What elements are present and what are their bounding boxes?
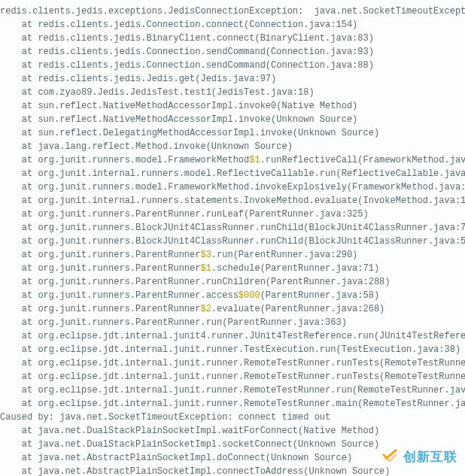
inner-class-token: $1 (200, 263, 211, 274)
watermark: 创新互联 (381, 447, 457, 465)
inner-class-token: $3 (200, 250, 211, 260)
caused-by-line: Caused by: java.net.SocketTimeoutExcepti… (0, 412, 330, 423)
stack-frame: at org.junit.runners.BlockJUnit4ClassRun… (0, 223, 465, 233)
stack-frame: at org.junit.runners.ParentRunner.runChi… (0, 277, 390, 287)
stack-frame: at com.zyao89.Jedis.JedisTest.test1(Jedi… (0, 87, 315, 98)
stack-frame: at org.junit.runners.model.FrameworkMeth… (0, 155, 465, 165)
stack-frame: at java.net.AbstractPlainSocketImpl.doCo… (0, 453, 352, 463)
stack-trace: redis.clients.jedis.exceptions.JedisConn… (0, 0, 465, 476)
stack-frame: at org.junit.runners.BlockJUnit4ClassRun… (0, 236, 465, 247)
stack-frame: at org.junit.internal.runners.statements… (0, 196, 465, 206)
stack-frame: at org.junit.runners.ParentRunner$3.run(… (0, 250, 357, 260)
stack-frame: at sun.reflect.NativeMethodAccessorImpl.… (0, 114, 357, 125)
stack-frame: at org.junit.runners.ParentRunner$2.eval… (0, 304, 384, 314)
stack-frame: at org.junit.runners.ParentRunner.runLea… (0, 209, 369, 220)
stack-frame: at org.junit.runners.ParentRunner.run(Pa… (0, 317, 347, 328)
stack-frame: at java.net.DualStackPlainSocketImpl.soc… (0, 439, 379, 450)
stack-frame: at redis.clients.jedis.BinaryClient.conn… (0, 33, 374, 44)
stack-frame: at redis.clients.jedis.Connection.sendCo… (0, 47, 374, 57)
stack-frame: at org.eclipse.jdt.internal.junit.runner… (0, 358, 465, 368)
stack-frame: at org.eclipse.jdt.internal.junit.runner… (0, 371, 465, 382)
stack-frame: at java.lang.reflect.Method.invoke(Unkno… (0, 141, 293, 152)
stack-frame: at redis.clients.jedis.Connection.sendCo… (0, 60, 374, 71)
inner-class-token: $2 (200, 304, 211, 314)
watermark-text: 创新互联 (403, 448, 457, 465)
stack-frame: at redis.clients.jedis.Connection.connec… (0, 20, 357, 30)
stack-frame: at org.eclipse.jdt.internal.junit.runner… (0, 385, 465, 396)
stack-frame: at org.junit.runners.ParentRunner.access… (0, 290, 379, 301)
inner-class-token: $000 (239, 290, 260, 301)
stack-frame: at org.eclipse.jdt.internal.junit4.runne… (0, 331, 465, 341)
stack-frame: at java.net.DualStackPlainSocketImpl.wai… (0, 426, 379, 436)
watermark-logo-icon (381, 447, 399, 465)
stack-frame: at org.junit.runners.model.FrameworkMeth… (0, 182, 465, 193)
stack-frame: at org.junit.runners.ParentRunner$1.sche… (0, 263, 379, 274)
inner-class-token: $1 (249, 155, 260, 165)
stack-frame: at sun.reflect.DelegatingMethodAccessorI… (0, 128, 379, 138)
stack-frame: at org.eclipse.jdt.internal.junit.runner… (0, 399, 465, 409)
stack-frame: at org.junit.internal.runners.model.Refl… (0, 168, 465, 179)
exception-line: redis.clients.jedis.exceptions.JedisConn… (0, 6, 465, 17)
stack-frame: at sun.reflect.NativeMethodAccessorImpl.… (0, 101, 357, 111)
stack-frame: at java.net.AbstractPlainSocketImpl.conn… (0, 466, 390, 476)
stack-frame: at org.eclipse.jdt.internal.junit.runner… (0, 344, 460, 355)
stack-frame: at redis.clients.jedis.Jedis.get(Jedis.j… (0, 74, 276, 84)
